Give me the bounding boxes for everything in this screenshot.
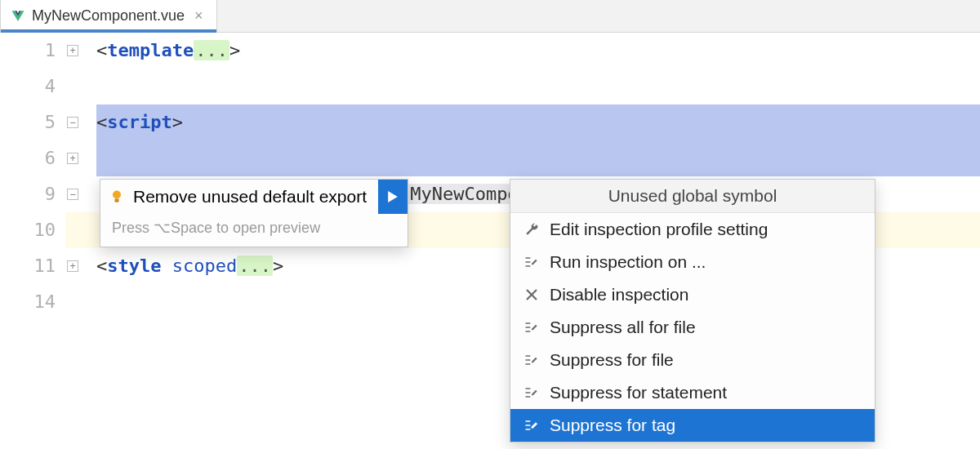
submenu-item[interactable]: Suppress for statement <box>510 376 875 409</box>
tab-filename: MyNewComponent.vue <box>32 7 185 24</box>
pencil-icon <box>523 352 540 368</box>
fold-column: + − + − + <box>65 33 96 320</box>
submenu-item-label: Suppress all for file <box>550 318 696 337</box>
svg-rect-1 <box>115 199 119 202</box>
submenu-item[interactable]: Edit inspection profile setting <box>510 213 875 246</box>
line-number: 6 <box>0 140 56 176</box>
line-number-gutter: 1 4 5 6 9 10 11 14 <box>0 33 65 320</box>
fold-toggle-icon[interactable]: + <box>67 260 78 272</box>
editor-tab[interactable]: MyNewComponent.vue × <box>0 0 217 32</box>
fold-toggle-icon[interactable]: − <box>67 117 78 128</box>
close-icon[interactable]: × <box>191 7 207 24</box>
line-number: 9 <box>0 176 56 212</box>
submenu-item-label: Run inspection on ... <box>550 252 706 272</box>
submenu-item[interactable]: Disable inspection <box>510 278 875 311</box>
fold-ellipsis[interactable]: ... <box>237 256 273 276</box>
pencil-icon <box>523 319 540 336</box>
svg-point-0 <box>113 191 121 199</box>
code-line[interactable]: <template...> <box>96 33 980 69</box>
fold-toggle-icon[interactable]: + <box>67 153 78 164</box>
vue-icon <box>11 9 25 24</box>
pencil-icon <box>523 254 540 270</box>
submenu-item[interactable]: Run inspection on ... <box>510 246 875 278</box>
intention-hint: Press ⌥Space to open preview <box>100 214 408 247</box>
intention-label: Remove unused default export <box>133 187 367 207</box>
intention-submenu: Unused global symbol Edit inspection pro… <box>510 179 875 442</box>
line-number: 1 <box>0 33 56 69</box>
submenu-item-label: Suppress for file <box>550 350 674 370</box>
submenu-item[interactable]: Suppress for tag <box>510 409 875 442</box>
lightbulb-icon <box>109 189 125 205</box>
fold-toggle-icon[interactable]: + <box>67 45 78 56</box>
line-number: 14 <box>0 284 56 320</box>
cross-icon <box>523 287 540 303</box>
submenu-item-label: Suppress for tag <box>550 416 675 435</box>
intention-popup: Remove unused default export Press ⌥Spac… <box>100 179 408 247</box>
fold-toggle-icon[interactable]: − <box>67 189 78 200</box>
wrench-icon <box>523 221 540 238</box>
submenu-item-label: Edit inspection profile setting <box>550 220 768 239</box>
code-line[interactable] <box>96 69 980 104</box>
line-number: 4 <box>0 69 56 104</box>
submenu-item[interactable]: Suppress for file <box>510 344 875 376</box>
submenu-item[interactable]: Suppress all for file <box>510 311 875 344</box>
intention-action[interactable]: Remove unused default export <box>100 180 408 214</box>
pencil-icon <box>523 417 540 433</box>
pencil-icon <box>523 385 540 401</box>
fold-ellipsis[interactable]: ... <box>194 40 229 60</box>
tab-bar: MyNewComponent.vue × <box>0 0 980 33</box>
line-number: 5 <box>0 104 56 140</box>
line-number: 10 <box>0 212 56 248</box>
submenu-arrow-icon[interactable] <box>378 180 408 214</box>
code-line[interactable]: export default {name: "MyNewComponent"..… <box>96 140 980 176</box>
submenu-item-label: Suppress for statement <box>550 383 727 402</box>
submenu-header: Unused global symbol <box>510 180 875 213</box>
code-line[interactable]: <script> <box>96 104 980 140</box>
submenu-item-label: Disable inspection <box>550 285 688 305</box>
line-number: 11 <box>0 248 56 284</box>
